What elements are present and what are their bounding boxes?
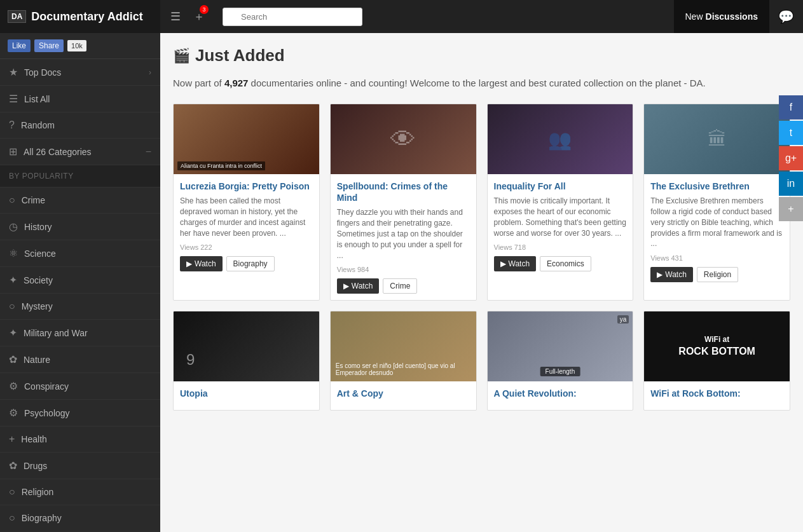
doc-title-art-copy: Art & Copy (337, 388, 470, 399)
sidebar-item-history-label: History (24, 222, 52, 232)
category-button-inequality[interactable]: Economics (540, 256, 591, 271)
sidebar-item-health[interactable]: + Health (0, 426, 160, 453)
doc-desc-spellbound: They dazzle you with their hands and fin… (337, 207, 470, 261)
sidebar-item-random-label: Random (21, 120, 55, 130)
doc-title-spellbound: Spellbound: Crimes of the Mind (337, 181, 470, 203)
social-facebook-button[interactable]: f (779, 95, 803, 119)
social-linkedin-button[interactable]: in (779, 172, 803, 196)
add-btn-wrap: ＋ 3 (189, 5, 209, 28)
military-war-icon: ✦ (9, 327, 17, 339)
logo-badge: DA (8, 10, 26, 23)
doc-actions-inequality: ▶ Watch Economics (494, 256, 627, 271)
doc-card-brethren: 🏛 The Exclusive Brethren The Exclusive B… (643, 104, 790, 301)
doc-body-lucrezia: Lucrezia Borgia: Pretty Poison She has b… (174, 174, 319, 278)
by-popularity-header: By Popularity (0, 165, 160, 188)
doc-desc-lucrezia: She has been called the most depraved wo… (180, 196, 313, 238)
doc-card-lucrezia-borgia: Alianta cu Franta intra in conflict Lucr… (173, 104, 320, 301)
doc-card-wifi-rock-bottom: WiFi atROCK BOTTOM WiFi at Rock Bottom: (643, 311, 790, 410)
new-discussions-button[interactable]: NewDiscussions (674, 0, 770, 33)
thumb-visual-inequality: 👥 (548, 128, 572, 151)
chat-icon-button[interactable]: 💬 (769, 0, 803, 33)
social-more-button[interactable]: + (779, 197, 803, 221)
search-input[interactable] (223, 8, 362, 26)
sidebar-item-mystery[interactable]: ○ Mystery (0, 294, 160, 320)
doc-views-inequality: Views 718 (494, 243, 627, 251)
nature-icon: ✿ (9, 353, 17, 365)
sidebar-item-military-war[interactable]: ✦ Military and War (0, 320, 160, 346)
sidebar-item-society[interactable]: ✦ Society (0, 267, 160, 294)
sidebar-item-religion[interactable]: ○ Religion (0, 479, 160, 505)
doc-thumb-utopia: 9 (174, 311, 319, 381)
watch-button-lucrezia[interactable]: ▶ Watch (180, 256, 223, 271)
sidebar-item-all-categories[interactable]: ⊞ All 26 Categories − (0, 139, 160, 165)
sidebar-item-history[interactable]: ◷ History (0, 214, 160, 240)
social-twitter-button[interactable]: t (779, 121, 803, 145)
doc-title-quiet-rev: A Quiet Revolution: (494, 388, 627, 399)
top-docs-icon: ★ (9, 66, 18, 78)
thumb-caption-lucrezia: Alianta cu Franta intra in conflict (177, 161, 265, 170)
sidebar-item-science-label: Science (24, 249, 56, 259)
category-button-lucrezia[interactable]: Biography (226, 256, 275, 271)
thumb-visual-brethren: 🏛 (708, 128, 727, 150)
sidebar-item-random[interactable]: ? Random (0, 113, 160, 139)
doc-views-spellbound: Views 984 (337, 266, 470, 273)
sidebar-item-nature-label: Nature (24, 355, 50, 365)
page-title-area: 🎬 Just Added (173, 46, 790, 65)
sidebar-item-science[interactable]: ⚛ Science (0, 240, 160, 267)
category-button-spellbound[interactable]: Crime (383, 278, 417, 294)
doc-card-inequality: 👥 Inequality For All This movie is criti… (487, 104, 634, 301)
sidebar-item-drugs[interactable]: ✿ Drugs (0, 453, 160, 479)
add-badge: 3 (200, 5, 209, 14)
watch-button-spellbound[interactable]: ▶ Watch (337, 278, 380, 294)
menu-icon-button[interactable]: ☰ (167, 6, 184, 27)
sidebar-item-military-war-label: Military and War (24, 328, 88, 338)
sidebar-item-top-docs[interactable]: ★ Top Docs › (0, 59, 160, 86)
mystery-icon: ○ (9, 301, 15, 312)
thumb-visual-spellbound: 👁 (390, 125, 416, 154)
new-discussions-new-label: New (685, 11, 703, 22)
science-icon: ⚛ (9, 247, 18, 259)
watch-button-inequality[interactable]: ▶ Watch (494, 256, 537, 271)
health-icon: + (9, 433, 15, 445)
sidebar-item-crime[interactable]: ○ Crime (0, 188, 160, 214)
history-icon: ◷ (9, 221, 18, 233)
doc-title-utopia: Utopia (180, 388, 313, 399)
fb-like-button[interactable]: Like (8, 39, 31, 52)
social-googleplus-button[interactable]: g+ (779, 146, 803, 170)
doc-body-inequality: Inequality For All This movie is critica… (488, 174, 633, 278)
sidebar-item-biography[interactable]: ○ Biography (0, 505, 160, 531)
doc-thumb-spellbound: 👁 (331, 104, 476, 174)
sidebar-item-mystery-label: Mystery (22, 301, 53, 311)
sidebar-item-conspiracy[interactable]: ⚙ Conspiracy (0, 373, 160, 400)
doc-card-quiet-revolution: ya Full-length A Quiet Revolution: (487, 311, 634, 410)
search-wrap: 🔍 (223, 8, 362, 26)
doc-card-art-copy: Es como ser el niño [del cuento] que vio… (330, 311, 477, 410)
watch-button-brethren[interactable]: ▶ Watch (650, 267, 693, 282)
fb-bar: Like Share 10k (0, 33, 160, 59)
doc-title-inequality: Inequality For All (494, 181, 627, 192)
sidebar-item-biography-label: Biography (22, 513, 62, 523)
doc-thumb-inequality: 👥 (488, 104, 633, 174)
category-button-brethren[interactable]: Religion (697, 267, 738, 282)
doc-body-art-copy: Art & Copy (331, 381, 476, 409)
sidebar-item-list-all[interactable]: ☰ List All (0, 86, 160, 113)
intro-prefix: Now part of (173, 78, 224, 88)
doc-thumb-wifi-rock-bottom: WiFi atROCK BOTTOM (644, 311, 790, 381)
doc-views-lucrezia: Views 222 (180, 243, 313, 251)
intro-count: 4,927 (224, 78, 249, 88)
thumb-caption-art-copy: Es como ser el niño [del cuento] que vio… (336, 362, 476, 376)
page-title-icon: 🎬 (173, 48, 190, 64)
doc-desc-brethren: The Exclusive Brethren members follow a … (650, 196, 783, 249)
biography-icon: ○ (9, 512, 15, 524)
docs-grid-row2: 9 Utopia Es como ser el niño [del cuento… (173, 311, 790, 410)
sidebar-item-crime-label: Crime (22, 195, 45, 205)
top-docs-arrow-icon: › (149, 68, 151, 77)
fb-share-button[interactable]: Share (34, 39, 64, 52)
page-title: Just Added (195, 46, 285, 65)
doc-title-brethren: The Exclusive Brethren (650, 181, 783, 192)
sidebar-item-psychology[interactable]: ⚙ Psychology (0, 400, 160, 426)
sidebar-item-health-label: Health (21, 434, 46, 444)
sidebar-item-nature[interactable]: ✿ Nature (0, 346, 160, 373)
doc-thumb-quiet-revolution: ya Full-length (488, 311, 633, 381)
doc-desc-inequality: This movie is critically important. It e… (494, 196, 627, 238)
